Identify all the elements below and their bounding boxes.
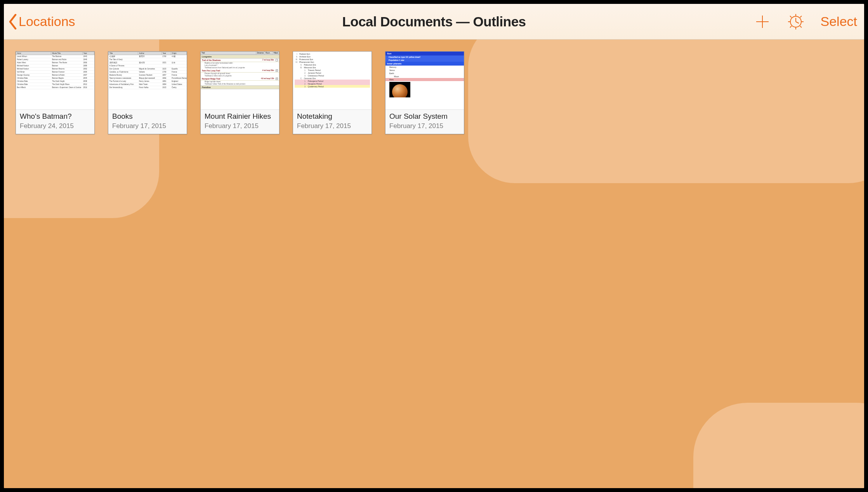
chevron-left-icon [9, 14, 17, 29]
svg-line-9 [800, 16, 802, 17]
document-title: Our Solar System [389, 112, 460, 121]
select-button[interactable]: Select [821, 14, 858, 29]
gear-icon [787, 13, 804, 30]
document-thumbnail: I.Hadean EonII.Archean EonIII.Proterozoi… [293, 52, 372, 110]
document-title: Mount Rainier Hikes [205, 112, 275, 121]
document-grid: ActorMovie TitleYearLewis WilsonThe Batm… [4, 40, 864, 146]
document-thumbnail: ActorMovie TitleYearLewis WilsonThe Batm… [16, 52, 94, 110]
back-label: Locations [19, 14, 75, 29]
document-card[interactable]: ActorMovie TitleYearLewis WilsonThe Batm… [16, 51, 95, 134]
document-thumbnail: SunClassified as type G2 yellow dwarfPop… [385, 52, 464, 110]
svg-line-10 [790, 26, 792, 28]
svg-line-12 [796, 22, 799, 23]
document-date: February 17, 2015 [389, 122, 460, 130]
header-bar: Locations Local Documents — Outlines [4, 4, 864, 40]
svg-line-8 [800, 26, 802, 28]
document-date: February 24, 2015 [20, 122, 90, 130]
document-card[interactable]: SunClassified as type G2 yellow dwarfPop… [385, 51, 464, 134]
settings-button[interactable] [787, 13, 804, 30]
document-title: Who's Batman? [20, 112, 90, 121]
document-date: February 17, 2015 [112, 122, 183, 130]
add-button[interactable] [754, 13, 771, 30]
document-thumbnail: TrailDistanceRoun…HikedLongmireTrail of … [201, 52, 279, 110]
document-title: Notetaking [297, 112, 368, 121]
document-date: February 17, 2015 [205, 122, 275, 130]
document-card[interactable]: I.Hadean EonII.Archean EonIII.Proterozoi… [293, 51, 372, 134]
svg-line-7 [790, 16, 792, 17]
page-title: Local Documents — Outlines [342, 14, 526, 29]
plus-icon [754, 13, 771, 30]
document-date: February 17, 2015 [297, 122, 368, 130]
document-title: Books [112, 112, 183, 121]
document-card[interactable]: TitleAuthorYearOrigin紅樓夢曹雪芹1760中國The Tal… [108, 51, 187, 134]
document-card[interactable]: TrailDistanceRoun…HikedLongmireTrail of … [200, 51, 279, 134]
back-button[interactable]: Locations [9, 14, 75, 29]
document-thumbnail: TitleAuthorYearOrigin紅樓夢曹雪芹1760中國The Tal… [108, 52, 187, 110]
